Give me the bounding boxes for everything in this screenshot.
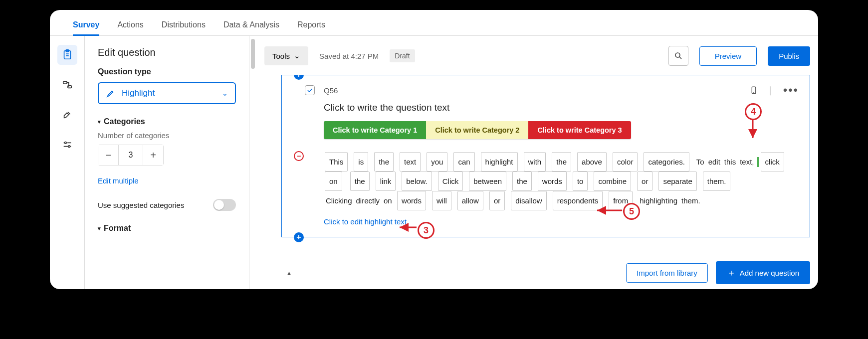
highlight-token[interactable]: can <box>453 152 474 171</box>
highlight-token[interactable]: is <box>354 152 368 171</box>
search-button[interactable] <box>668 46 688 66</box>
highlight-token[interactable]: the <box>350 171 370 191</box>
rail-survey-options-icon[interactable] <box>57 135 77 155</box>
chevron-down-icon: ⌄ <box>294 51 300 60</box>
highlight-token[interactable]: disallow <box>511 191 546 210</box>
highlight-token[interactable]: from <box>609 191 633 210</box>
question-canvas: + − + Q56 │ ••• Click to <box>264 75 818 260</box>
add-question-above-button[interactable]: + <box>294 75 304 80</box>
question-card[interactable]: + − + Q56 │ ••• Click to <box>281 75 810 237</box>
category-bar: Click to write Category 1 Click to write… <box>324 121 631 139</box>
draft-badge: Draft <box>390 49 415 62</box>
highlight-plain-word: on <box>384 196 392 205</box>
suggested-categories-toggle[interactable] <box>213 199 236 211</box>
highlight-token[interactable]: or <box>637 171 652 191</box>
rail-survey-flow-icon[interactable] <box>57 75 77 95</box>
annotation-4-arrow <box>748 119 758 141</box>
highlight-token[interactable]: with <box>524 152 546 171</box>
chevron-down-icon: ⌄ <box>222 89 228 97</box>
preview-button[interactable]: Preview <box>699 46 757 66</box>
highlight-token[interactable]: will <box>432 191 451 210</box>
category-decrement-button[interactable]: − <box>98 145 118 165</box>
question-type-value: Highlight <box>122 88 155 98</box>
edit-highlight-text-link[interactable]: Click to edit highlight text <box>324 217 407 226</box>
category-increment-button[interactable]: + <box>143 145 163 165</box>
highlight-token[interactable]: words <box>538 171 567 191</box>
question-type-select[interactable]: Highlight ⌄ <box>98 82 236 104</box>
nav-tab-distributions[interactable]: Distributions <box>162 13 206 35</box>
highlight-token[interactable]: color <box>613 152 638 171</box>
highlight-token[interactable]: words <box>397 191 426 210</box>
editor-toolbar: Tools⌄ Saved at 4:27 PM Draft Preview Pu… <box>264 36 818 75</box>
highlight-token[interactable]: or <box>489 191 505 210</box>
rail-edit-question-icon[interactable] <box>57 45 77 65</box>
add-new-question-button[interactable]: ＋Add new question <box>716 261 810 284</box>
check-icon <box>306 87 313 94</box>
highlight-token[interactable]: categories. <box>644 152 689 171</box>
highlight-token[interactable]: allow <box>457 191 483 210</box>
edit-multiple-link[interactable]: Edit multiple <box>98 176 139 185</box>
highlight-plain-word: them. <box>681 196 700 205</box>
question-more-menu[interactable]: ••• <box>783 84 799 96</box>
bottom-bar: ▴ Import from library ＋Add new question <box>264 260 818 289</box>
highlight-token[interactable]: text <box>400 152 421 171</box>
format-section[interactable]: Format <box>98 224 236 233</box>
category-3[interactable]: Click to write Category 3 <box>528 121 631 139</box>
highlight-token[interactable]: separate <box>658 171 696 191</box>
icon-rail <box>50 36 85 289</box>
highlight-token[interactable]: respondents <box>553 191 603 210</box>
delete-question-button[interactable]: − <box>294 151 304 161</box>
highlight-token[interactable]: click <box>761 152 784 171</box>
publish-button[interactable]: Publis <box>768 46 810 66</box>
highlight-token[interactable]: Click <box>438 171 463 191</box>
nav-tab-data-analysis[interactable]: Data & Analysis <box>223 13 279 35</box>
annotation-3: 3 <box>418 222 434 239</box>
highlight-token[interactable]: the <box>374 152 394 171</box>
question-type-label: Question type <box>98 67 236 76</box>
highlight-token[interactable]: the <box>552 152 571 171</box>
highlight-plain-word: highlighting <box>640 196 677 205</box>
categories-section[interactable]: Categories <box>98 117 236 126</box>
insertion-cursor[interactable] <box>757 157 759 167</box>
highlight-plain-word: To <box>696 158 704 166</box>
nav-tab-reports[interactable]: Reports <box>297 13 325 35</box>
highlight-plain-word: directly <box>356 196 380 205</box>
svg-point-4 <box>64 142 66 144</box>
mobile-preview-icon[interactable] <box>749 84 758 96</box>
nav-tab-survey[interactable]: Survey <box>73 13 99 35</box>
highlight-token[interactable]: This <box>325 152 348 171</box>
category-count-value: 3 <box>118 145 143 165</box>
highlight-text-area[interactable]: Thisisthetextyoucanhighlightwiththeabove… <box>324 152 799 210</box>
question-text[interactable]: Click to write the question text <box>324 102 799 113</box>
import-from-library-button[interactable]: Import from library <box>626 263 708 283</box>
panel-splitter[interactable] <box>249 36 256 289</box>
highlight-plain-word: this <box>724 158 736 166</box>
tools-menu-button[interactable]: Tools⌄ <box>264 46 308 65</box>
collapse-block-button[interactable]: ▴ <box>287 269 291 277</box>
search-icon <box>674 51 683 60</box>
highlight-token[interactable]: between <box>469 171 506 191</box>
highlight-token[interactable]: combine <box>594 171 631 191</box>
highlight-token[interactable]: above <box>577 152 607 171</box>
highlight-token[interactable]: the <box>512 171 532 191</box>
body: Edit question Question type Highlight ⌄ … <box>50 36 818 289</box>
question-id: Q56 <box>324 86 338 95</box>
side-title: Edit question <box>98 47 236 58</box>
highlight-token[interactable]: on <box>325 171 342 191</box>
highlight-token[interactable]: them. <box>703 171 731 191</box>
main-editor: Tools⌄ Saved at 4:27 PM Draft Preview Pu… <box>249 36 818 289</box>
nav-tab-actions[interactable]: Actions <box>117 13 143 35</box>
category-2[interactable]: Click to write Category 2 <box>426 121 528 139</box>
highlight-token[interactable]: highlight <box>481 152 518 171</box>
rail-look-feel-icon[interactable] <box>57 105 77 125</box>
highlight-token[interactable]: below. <box>402 171 432 191</box>
category-1[interactable]: Click to write Category 1 <box>324 121 426 139</box>
highlight-token[interactable]: you <box>427 152 447 171</box>
question-select-checkbox[interactable] <box>305 85 315 95</box>
highlight-token[interactable]: to <box>573 171 588 191</box>
question-header: Q56 │ ••• <box>305 84 799 96</box>
highlight-token[interactable]: link <box>376 171 396 191</box>
category-count-stepper: − 3 + <box>98 145 164 166</box>
add-question-below-button[interactable]: + <box>294 232 304 242</box>
app-frame: Survey Actions Distributions Data & Anal… <box>50 10 818 289</box>
